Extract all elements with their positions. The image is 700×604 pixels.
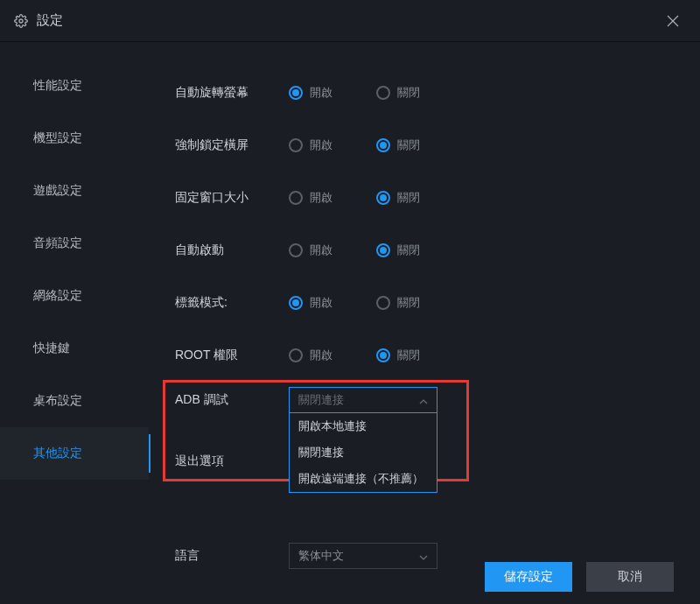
radio-label: 關閉 — [397, 348, 420, 363]
radio-label: 開啟 — [310, 295, 332, 311]
setting-label: 標籤模式: — [175, 295, 289, 311]
sidebar-item-network[interactable]: 網絡設定 — [0, 270, 149, 322]
dropdown-item[interactable]: 開啟遠端連接（不推薦） — [290, 466, 437, 492]
radio-label: 開啟 — [310, 242, 332, 258]
sidebar-item-shortcuts[interactable]: 快捷鍵 — [0, 322, 149, 375]
sidebar-item-audio[interactable]: 音頻設定 — [0, 217, 149, 270]
setting-force-landscape: 強制鎖定橫屏 開啟 關閉 — [175, 119, 674, 172]
sidebar-item-label: 遊戲設定 — [33, 183, 82, 199]
sidebar-item-game[interactable]: 遊戲設定 — [0, 165, 149, 217]
radio-group: 開啟 關閉 — [289, 242, 446, 258]
radio-on[interactable]: 開啟 — [289, 242, 359, 258]
chevron-up-icon — [419, 394, 428, 407]
setting-label: ADB 調試 — [175, 387, 289, 408]
radio-on[interactable]: 開啟 — [289, 348, 359, 363]
radio-label: 關閉 — [397, 190, 420, 206]
radio-label: 關閉 — [397, 85, 420, 101]
sidebar-item-label: 性能設定 — [33, 78, 82, 94]
setting-language: 語言 繁体中文 — [175, 538, 674, 573]
dropdown-item[interactable]: 開啟本地連接 — [290, 413, 437, 439]
sidebar-item-other[interactable]: 其他設定 — [0, 427, 149, 480]
setting-fixed-window: 固定窗口大小 開啟 關閉 — [175, 172, 674, 224]
close-button[interactable] — [660, 8, 686, 34]
radio-circle-icon — [376, 138, 390, 152]
setting-label: 強制鎖定橫屏 — [175, 137, 289, 153]
radio-label: 關閉 — [397, 295, 420, 311]
radio-circle-icon — [376, 296, 390, 310]
content-panel: 自動旋轉螢幕 開啟 關閉 強制鎖定橫屏 開啟 關閉 固定窗口大小 開啟 關閉 自… — [149, 42, 700, 550]
setting-label: 自動啟動 — [175, 242, 289, 258]
radio-on[interactable]: 開啟 — [289, 190, 359, 206]
radio-on[interactable]: 開啟 — [289, 85, 359, 101]
sidebar-item-performance[interactable]: 性能設定 — [0, 60, 149, 112]
radio-group: 開啟 關閉 — [289, 190, 446, 206]
adb-select[interactable]: 關閉連接 開啟本地連接 關閉連接 開啟遠端連接（不推薦） — [289, 387, 438, 413]
radio-circle-icon — [376, 86, 390, 100]
setting-auto-start: 自動啟動 開啟 關閉 — [175, 224, 674, 277]
setting-label: ROOT 權限 — [175, 348, 289, 363]
radio-group: 開啟 關閉 — [289, 348, 446, 363]
select-value: 繁体中文 — [298, 548, 344, 564]
setting-root: ROOT 權限 開啟 關閉 — [175, 329, 674, 382]
sidebar: 性能設定 機型設定 遊戲設定 音頻設定 網絡設定 快捷鍵 桌布設定 其他設定 — [0, 42, 149, 550]
radio-label: 開啟 — [310, 348, 332, 363]
sidebar-item-label: 快捷鍵 — [33, 341, 70, 356]
gear-icon — [14, 14, 28, 28]
radio-circle-icon — [289, 86, 303, 100]
radio-group: 開啟 關閉 — [289, 85, 446, 101]
sidebar-item-label: 桌布設定 — [33, 393, 82, 409]
radio-circle-icon — [376, 348, 390, 362]
radio-circle-icon — [289, 191, 303, 205]
svg-point-0 — [19, 19, 23, 23]
radio-off[interactable]: 關閉 — [376, 242, 446, 258]
radio-label: 開啟 — [310, 85, 332, 101]
sidebar-item-label: 其他設定 — [33, 446, 82, 461]
select-value: 關閉連接 — [298, 392, 344, 408]
radio-label: 開啟 — [310, 137, 332, 153]
radio-label: 關閉 — [397, 137, 420, 153]
sidebar-item-label: 網絡設定 — [33, 288, 82, 304]
radio-label: 開啟 — [310, 190, 332, 206]
radio-circle-icon — [376, 243, 390, 257]
window-title: 設定 — [37, 12, 660, 29]
chevron-down-icon — [419, 550, 428, 563]
radio-circle-icon — [289, 348, 303, 362]
setting-adb: ADB 調試 關閉連接 開啟本地連接 關閉連接 開啟遠端連接（不推薦） — [175, 382, 674, 413]
radio-off[interactable]: 關閉 — [376, 190, 446, 206]
dropdown-item[interactable]: 關閉連接 — [290, 439, 437, 466]
radio-label: 關閉 — [397, 242, 420, 258]
setting-label: 固定窗口大小 — [175, 190, 289, 206]
radio-off[interactable]: 關閉 — [376, 295, 446, 311]
setting-label: 自動旋轉螢幕 — [175, 85, 289, 101]
radio-group: 開啟 關閉 — [289, 137, 446, 153]
setting-label: 退出選項 — [175, 453, 289, 469]
language-select[interactable]: 繁体中文 — [289, 543, 438, 569]
radio-group: 開啟 關閉 — [289, 295, 446, 311]
radio-circle-icon — [289, 296, 303, 310]
radio-circle-icon — [376, 191, 390, 205]
radio-off[interactable]: 關閉 — [376, 348, 446, 363]
adb-dropdown-menu: 開啟本地連接 關閉連接 開啟遠端連接（不推薦） — [289, 413, 438, 493]
radio-off[interactable]: 關閉 — [376, 137, 446, 153]
setting-auto-rotate: 自動旋轉螢幕 開啟 關閉 — [175, 67, 674, 119]
radio-on[interactable]: 開啟 — [289, 295, 359, 311]
titlebar: 設定 — [0, 0, 700, 42]
radio-on[interactable]: 開啟 — [289, 137, 359, 153]
setting-tab-mode: 標籤模式: 開啟 關閉 — [175, 277, 674, 329]
radio-circle-icon — [289, 138, 303, 152]
radio-circle-icon — [289, 243, 303, 257]
sidebar-item-model[interactable]: 機型設定 — [0, 112, 149, 165]
setting-label: 語言 — [175, 548, 289, 564]
radio-off[interactable]: 關閉 — [376, 85, 446, 101]
sidebar-item-label: 機型設定 — [33, 130, 82, 146]
sidebar-item-label: 音頻設定 — [33, 235, 82, 251]
sidebar-item-wallpaper[interactable]: 桌布設定 — [0, 375, 149, 427]
